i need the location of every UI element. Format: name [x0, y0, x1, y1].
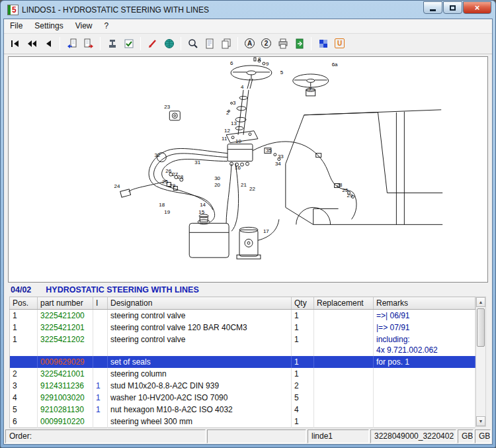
- cell-replacement: [314, 322, 374, 334]
- diagram-callout: 15: [198, 209, 204, 215]
- document-button[interactable]: [201, 35, 218, 52]
- vertical-scrollbar[interactable]: ▲ ▼: [475, 296, 486, 427]
- table-row[interactable]: 4 9291003020 1 washer 10-HV200-A2C ISO 7…: [10, 392, 475, 404]
- diagram-callout: 10: [235, 138, 241, 144]
- table-row-selected[interactable]: 0009629029 set of seals 1 for pos. 1: [10, 356, 475, 368]
- cell-replacement: [314, 380, 374, 392]
- col-replacement[interactable]: Replacement: [314, 297, 374, 310]
- window-title: LINDOS1 - HYDROSTATIC STEERING WITH LINE…: [22, 5, 423, 15]
- app-icon[interactable]: 5: [7, 5, 19, 15]
- cell-pos: 6: [10, 416, 38, 428]
- scroll-up-button[interactable]: ▲: [476, 297, 485, 307]
- diagram-panel[interactable]: 8696a54732321312111035333432311626272830…: [8, 56, 488, 283]
- menu-settings[interactable]: Settings: [28, 19, 69, 32]
- first-record-icon: [9, 38, 21, 50]
- print-button[interactable]: [274, 35, 291, 52]
- menu-file[interactable]: File: [4, 19, 28, 32]
- maximize-button[interactable]: [443, 1, 462, 14]
- mosaic-button[interactable]: [315, 35, 331, 52]
- scroll-down-button[interactable]: ▼: [476, 416, 485, 426]
- table-row[interactable]: 3 9124311236 1 stud M10x20-8.8-A2C DIN 9…: [10, 380, 475, 392]
- circle-2-button[interactable]: 2: [258, 35, 274, 52]
- cell-i: 1: [93, 380, 108, 392]
- diagram-callout: 29: [347, 193, 353, 199]
- page-forward-button[interactable]: [80, 35, 97, 52]
- globe-button[interactable]: [161, 35, 177, 52]
- diagram-callout: 17: [263, 228, 269, 234]
- cell-qty: 4: [292, 404, 314, 416]
- scrollbar-track[interactable]: [476, 307, 485, 416]
- steering-column: [228, 90, 249, 135]
- page-back-button[interactable]: [63, 35, 80, 52]
- col-remarks[interactable]: Remarks: [374, 297, 475, 310]
- diagram-callout: 22: [249, 186, 255, 192]
- cell-qty: 1: [292, 368, 314, 380]
- globe-icon: [163, 38, 175, 50]
- table-row[interactable]: 5 9210281130 1 nut hexagon M10-8-A2C ISO…: [10, 404, 475, 416]
- table-row[interactable]: 2 3225421001 steering column 1: [10, 368, 475, 380]
- table-row[interactable]: 1 3225421201 steering control valve 120 …: [10, 322, 475, 334]
- close-button[interactable]: ×: [463, 1, 491, 14]
- red-pen-icon: [147, 38, 159, 50]
- menu-help[interactable]: ?: [99, 19, 115, 32]
- steering-wheel-alt: [293, 74, 329, 96]
- diagram-callout: 7: [309, 86, 312, 92]
- cell-part-number: 3225421200: [38, 310, 93, 322]
- col-designation[interactable]: Designation: [108, 297, 292, 310]
- fast-back-icon: [26, 38, 38, 50]
- minimize-button[interactable]: [423, 1, 442, 14]
- table-row[interactable]: 6 0009910220 steering wheel 300 mm 1: [10, 416, 475, 428]
- cell-part-number: 3225421202: [38, 334, 93, 356]
- cell-replacement: [314, 310, 374, 322]
- fast-back-button[interactable]: [23, 35, 40, 52]
- menu-view[interactable]: View: [69, 19, 99, 32]
- toolbar-separator: [140, 37, 141, 50]
- titlebar[interactable]: 5 LINDOS1 - HYDROSTATIC STEERING WITH LI…: [3, 1, 493, 19]
- col-i[interactable]: I: [93, 297, 108, 310]
- col-qty[interactable]: Qty: [292, 297, 314, 310]
- update-u-button[interactable]: U: [331, 35, 348, 52]
- table-row[interactable]: 1 3225421200 steering control valve 1 =>…: [10, 310, 475, 322]
- export-green-button[interactable]: [291, 35, 308, 52]
- diagram-callout: 26: [165, 167, 171, 173]
- verify-button[interactable]: [120, 35, 137, 52]
- col-pos[interactable]: Pos.: [10, 297, 38, 310]
- cell-designation: set of seals: [108, 356, 292, 368]
- circle-a-button[interactable]: A: [241, 35, 258, 52]
- red-pen-button[interactable]: [144, 35, 161, 52]
- page-back-icon: [66, 38, 78, 50]
- diagram-callout: 29: [169, 182, 175, 188]
- circle-a-icon: A: [245, 38, 255, 48]
- status-catalog: 3228049000_3220402: [370, 429, 456, 443]
- cell-part-number: 3225421001: [38, 368, 93, 380]
- scrollbar-thumb[interactable]: [477, 308, 485, 347]
- cell-remarks: =>| 06/91: [374, 310, 475, 322]
- diagram-callout: 3: [233, 100, 236, 106]
- toolbar-separator: [100, 37, 101, 50]
- minimize-icon: [430, 9, 436, 11]
- toolbar: A 2 U: [4, 34, 492, 54]
- cell-i: [93, 368, 108, 380]
- first-record-button[interactable]: [7, 35, 23, 52]
- zoom-button[interactable]: [185, 35, 201, 52]
- cell-i: [93, 322, 108, 334]
- table-row[interactable]: 1 3225421202 steering control valve 1 in…: [10, 334, 475, 356]
- circle-2-icon: 2: [261, 38, 271, 48]
- cell-i: 1: [93, 392, 108, 404]
- section-code: 04/02: [11, 285, 31, 294]
- col-part-number[interactable]: part number: [38, 297, 93, 310]
- cell-part-number: 0009910220: [38, 416, 93, 428]
- stamp-button[interactable]: [104, 35, 120, 52]
- diagram-callout: 24: [114, 183, 120, 189]
- toolbar-separator: [60, 37, 60, 50]
- diagram-callout: 12: [224, 128, 230, 134]
- diagram-callout: 2: [226, 110, 229, 116]
- back-icon: [42, 38, 54, 50]
- cell-designation: stud M10x20-8.8-A2C DIN 939: [108, 380, 292, 392]
- back-button[interactable]: [40, 35, 56, 52]
- diagram-callout: 11: [222, 136, 227, 142]
- diagram-callout: 25: [162, 178, 168, 184]
- pages-button[interactable]: [218, 35, 234, 52]
- diagram-callout: 19: [164, 209, 170, 215]
- cell-pos: 5: [10, 404, 38, 416]
